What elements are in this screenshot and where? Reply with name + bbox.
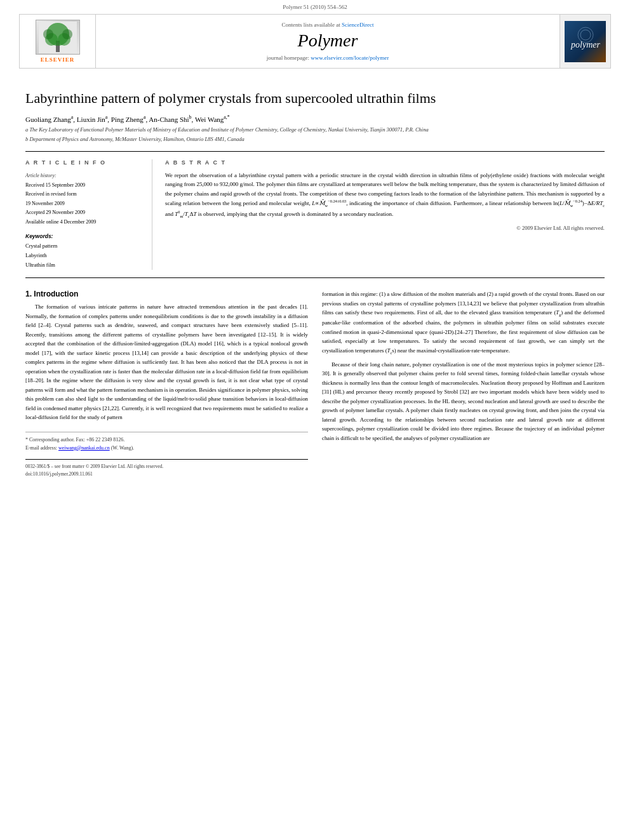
svg-point-5 bbox=[43, 29, 53, 39]
abstract-text: We report the observation of a labyrinth… bbox=[165, 171, 605, 220]
accepted-date: Accepted 29 November 2009 bbox=[25, 210, 85, 215]
divider-1 bbox=[25, 151, 605, 152]
copyright-line: © 2009 Elsevier Ltd. All rights reserved… bbox=[165, 225, 605, 231]
revised-label: Received in revised form bbox=[25, 191, 77, 197]
journal-header-center: Contents lists available at ScienceDirec… bbox=[96, 15, 560, 68]
footer-issn: 0032-3861/$ – see front matter © 2009 El… bbox=[25, 463, 163, 470]
corresponding-author-note: * Corresponding author. Fax: +86 22 2349… bbox=[25, 436, 308, 444]
homepage-link[interactable]: www.elsevier.com/locate/polymer bbox=[311, 55, 389, 61]
article-info-abstract-section: A R T I C L E I N F O Article history: R… bbox=[25, 159, 605, 270]
affiliation-b: b Department of Physics and Astronomy, M… bbox=[25, 136, 605, 143]
received-date: Received 15 September 2009 bbox=[25, 182, 85, 188]
keyword-1: Crystal pattern bbox=[25, 241, 142, 251]
email-link[interactable]: weiwang@nankai.edu.cn bbox=[58, 445, 110, 451]
affiliation-a: a The Key Laboratory of Functional Polym… bbox=[25, 126, 605, 134]
article-history: Article history: Received 15 September 2… bbox=[25, 171, 142, 227]
page: Polymer 51 (2010) 554–562 bbox=[0, 0, 630, 840]
available-date: Available online 4 December 2009 bbox=[25, 219, 96, 225]
body-paragraph-1: The formation of various intricate patte… bbox=[25, 302, 308, 422]
polymer-logo-image: polymer bbox=[565, 21, 606, 62]
svg-text:polymer: polymer bbox=[570, 40, 600, 50]
body-paragraph-3: Because of their long chain nature, poly… bbox=[322, 360, 605, 443]
elsevier-logo: ELSEVIER bbox=[36, 20, 80, 63]
body-paragraph-2: formation in this regime: (1) a slow dif… bbox=[322, 290, 605, 356]
body-text-section: 1. Introduction The formation of various… bbox=[25, 290, 605, 477]
footer-bar: 0032-3861/$ – see front matter © 2009 El… bbox=[25, 459, 308, 478]
authors-line: Guoliang Zhanga, Liuxin Jina, Ping Zheng… bbox=[25, 114, 605, 123]
elsevier-logo-image bbox=[36, 20, 80, 55]
abstract-column: A B S T R A C T We report the observatio… bbox=[165, 159, 605, 270]
history-label: Article history: bbox=[25, 173, 57, 178]
polymer-logo-box: polymer bbox=[565, 21, 606, 62]
svg-point-6 bbox=[62, 29, 72, 39]
journal-header: ELSEVIER Contents lists available at Sci… bbox=[19, 14, 611, 69]
main-content: Labyrinthine pattern of polymer crystals… bbox=[0, 69, 630, 488]
abstract-header: A B S T R A C T bbox=[165, 159, 605, 166]
body-col-right: formation in this regime: (1) a slow dif… bbox=[322, 290, 605, 477]
divider-2 bbox=[25, 277, 605, 278]
sciencedirect-anchor[interactable]: ScienceDirect bbox=[342, 22, 373, 28]
sciencedirect-link: Contents lists available at ScienceDirec… bbox=[282, 22, 374, 28]
keyword-3: Ultrathin film bbox=[25, 260, 142, 270]
journal-homepage: journal homepage: www.elsevier.com/locat… bbox=[267, 55, 389, 61]
section-1-title: 1. Introduction bbox=[25, 290, 308, 298]
keywords-section: Keywords: Crystal pattern Labyrinth Ultr… bbox=[25, 233, 142, 270]
keyword-2: Labyrinth bbox=[25, 251, 142, 260]
article-info-column: A R T I C L E I N F O Article history: R… bbox=[25, 159, 152, 270]
citation-text: Polymer 51 (2010) 554–562 bbox=[283, 4, 347, 10]
body-col-left: 1. Introduction The formation of various… bbox=[25, 290, 308, 477]
elsevier-logo-area: ELSEVIER bbox=[20, 15, 96, 68]
revised-date: 19 November 2009 bbox=[25, 201, 65, 206]
footer-doi: doi:10.1016/j.polymer.2009.11.061 bbox=[25, 470, 163, 478]
body-two-col: 1. Introduction The formation of various… bbox=[25, 290, 605, 477]
article-title: Labyrinthine pattern of polymer crystals… bbox=[25, 90, 605, 108]
keywords-list: Crystal pattern Labyrinth Ultrathin film bbox=[25, 241, 142, 270]
elsevier-wordmark: ELSEVIER bbox=[41, 57, 75, 63]
polymer-logo-area: polymer bbox=[560, 15, 610, 68]
footnote-area: * Corresponding author. Fax: +86 22 2349… bbox=[25, 432, 308, 453]
keywords-label: Keywords: bbox=[25, 233, 142, 239]
article-info-header: A R T I C L E I N F O bbox=[25, 159, 142, 166]
journal-citation: Polymer 51 (2010) 554–562 bbox=[0, 0, 630, 11]
email-note: E-mail address: weiwang@nankai.edu.cn (W… bbox=[25, 444, 308, 453]
elsevier-tree-icon bbox=[39, 22, 77, 53]
journal-name-display: Polymer bbox=[298, 30, 358, 51]
footer-left: 0032-3861/$ – see front matter © 2009 El… bbox=[25, 463, 163, 478]
